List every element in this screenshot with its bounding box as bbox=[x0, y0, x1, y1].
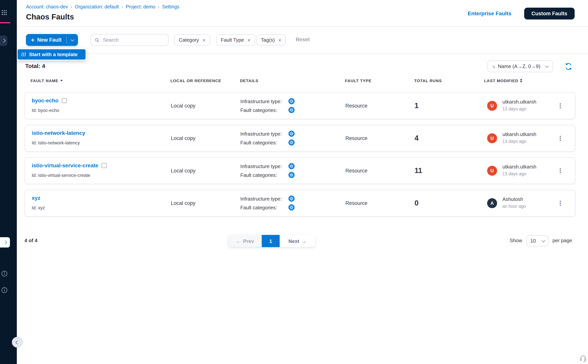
close-icon[interactable]: × bbox=[278, 37, 281, 43]
modified-time: 13 days ago bbox=[503, 107, 526, 111]
chip-label: Fault Type bbox=[221, 37, 244, 43]
help-icon[interactable] bbox=[1, 287, 8, 293]
kubernetes-icon[interactable] bbox=[288, 107, 294, 113]
column-details: DETAILS bbox=[240, 78, 258, 83]
info-icon[interactable] bbox=[1, 270, 8, 277]
pager: ← Prev 1 Next → bbox=[228, 235, 315, 247]
refresh-icon[interactable] bbox=[565, 63, 572, 70]
new-fault-dropdown-button[interactable] bbox=[67, 34, 78, 46]
total-count-label: Total: 4 bbox=[25, 63, 45, 69]
fault-name-link[interactable]: istio-virtual-service-create bbox=[32, 162, 98, 169]
breadcrumb-account[interactable]: Account: chaos-dev bbox=[26, 4, 68, 10]
fault-name-link[interactable]: byoc-echo bbox=[32, 98, 59, 104]
breadcrumb-separator: › bbox=[71, 4, 72, 10]
page-title: Chaos Faults bbox=[26, 13, 74, 21]
column-local-or-reference: LOCAL OR REFERENCE bbox=[170, 78, 221, 83]
filter-chip-category[interactable]: Category × bbox=[174, 34, 210, 46]
template-icon bbox=[21, 52, 26, 57]
breadcrumb-project[interactable]: Project: demo bbox=[126, 4, 155, 10]
main-content: Account: chaos-dev › Organization: defau… bbox=[17, 0, 588, 364]
sort-label: Name (A→Z, 0→9) bbox=[498, 63, 540, 69]
arrow-left-icon: ← bbox=[236, 238, 241, 244]
enterprise-faults-link[interactable]: Enterprise Faults bbox=[468, 10, 511, 16]
start-with-template-menu-item[interactable]: Start with a template bbox=[18, 49, 85, 60]
search-icon bbox=[95, 37, 99, 43]
new-fault-split-button[interactable]: + New Fault bbox=[26, 34, 78, 46]
fault-select-checkbox[interactable] bbox=[102, 163, 107, 168]
fault-categories-label: Fault categories: bbox=[240, 140, 288, 145]
toolbar-divider bbox=[17, 53, 588, 53]
arrow-right-icon: → bbox=[301, 238, 307, 244]
details-cell: Infrastructure type: Fault categories: bbox=[240, 163, 294, 178]
details-cell: Infrastructure type: Fault categories: bbox=[240, 130, 294, 146]
filter-chip-fault-type[interactable]: Fault Type × bbox=[216, 34, 255, 46]
chip-label: Category bbox=[179, 37, 199, 43]
fault-name-link[interactable]: xyz bbox=[32, 195, 40, 201]
prev-page-button[interactable]: ← Prev bbox=[228, 235, 262, 247]
apps-grid-icon[interactable] bbox=[1, 10, 7, 15]
sort-dropdown[interactable]: ↑↓ Name (A→Z, 0→9) bbox=[488, 60, 553, 72]
reset-filters-link[interactable]: Reset bbox=[296, 37, 310, 42]
local-or-reference-value: Local copy bbox=[171, 103, 196, 109]
details-cell: Infrastructure type: Fault categories: bbox=[240, 195, 294, 211]
fault-name-cell: byoc-echo bbox=[32, 98, 67, 104]
infrastructure-type-label: Infrastructure type: bbox=[240, 163, 288, 169]
sort-both-icon[interactable] bbox=[520, 79, 523, 83]
row-menu-button[interactable] bbox=[558, 198, 562, 208]
breadcrumb-separator: › bbox=[122, 4, 123, 10]
avatar: U bbox=[487, 101, 497, 111]
kubernetes-icon[interactable] bbox=[288, 139, 294, 145]
fault-list: byoc-echo Id: byoc-echo Local copy Infra… bbox=[25, 92, 575, 217]
search-input[interactable] bbox=[102, 37, 164, 43]
table-row: istio-network-latency Id: istio-network-… bbox=[25, 125, 575, 152]
header-divider bbox=[17, 26, 588, 27]
kubernetes-icon[interactable] bbox=[288, 204, 294, 210]
breadcrumb-organization[interactable]: Organization: default bbox=[75, 4, 119, 10]
kubernetes-icon[interactable] bbox=[288, 195, 294, 202]
custom-faults-button[interactable]: Custom Faults bbox=[524, 8, 575, 20]
nav-expand-button[interactable] bbox=[0, 36, 7, 46]
modified-time: an hour ago bbox=[503, 204, 526, 208]
total-runs-value: 11 bbox=[415, 167, 422, 175]
kubernetes-icon[interactable] bbox=[288, 98, 294, 104]
total-runs-value: 4 bbox=[415, 134, 418, 143]
close-icon[interactable]: × bbox=[203, 37, 206, 43]
column-fault-name[interactable]: FAULT NAME bbox=[31, 78, 59, 83]
close-icon[interactable]: × bbox=[247, 37, 250, 43]
sidebar-expand-button[interactable] bbox=[0, 237, 10, 247]
row-menu-button[interactable] bbox=[558, 101, 562, 110]
row-menu-button[interactable] bbox=[558, 166, 562, 176]
avatar: U bbox=[487, 166, 497, 176]
sort-ascending-icon[interactable] bbox=[60, 80, 63, 81]
next-page-button[interactable]: Next → bbox=[280, 235, 315, 247]
show-label: Show bbox=[510, 238, 522, 243]
fault-categories-label: Fault categories: bbox=[240, 205, 288, 210]
breadcrumb-settings[interactable]: Settings bbox=[162, 4, 179, 10]
chevron-right-icon bbox=[2, 39, 6, 43]
column-total-runs: TOTAL RUNS bbox=[414, 78, 442, 83]
total-runs-value: 1 bbox=[415, 102, 418, 110]
chevron-down-icon bbox=[71, 37, 74, 41]
sidebar-collapse-handle[interactable] bbox=[12, 337, 23, 348]
avatar: A bbox=[487, 198, 497, 208]
plus-icon: + bbox=[31, 37, 35, 43]
row-menu-button[interactable] bbox=[558, 134, 562, 143]
table-header-row: FAULT NAME LOCAL OR REFERENCE DETAILS FA… bbox=[25, 78, 575, 85]
kubernetes-icon[interactable] bbox=[288, 163, 294, 169]
current-page-button[interactable]: 1 bbox=[262, 235, 280, 247]
column-last-modified[interactable]: LAST MODIFIED bbox=[484, 78, 518, 83]
fault-name-link[interactable]: istio-network-latency bbox=[32, 130, 85, 136]
table-row: xyz Id: xyz Local copy Infrastructure ty… bbox=[25, 190, 575, 217]
fault-id: Id: byoc-echo bbox=[32, 108, 59, 113]
infrastructure-type-label: Infrastructure type: bbox=[240, 131, 288, 136]
kubernetes-icon[interactable] bbox=[288, 172, 294, 178]
kubernetes-icon[interactable] bbox=[288, 131, 294, 137]
filter-chip-tags[interactable]: Tag(s) × bbox=[256, 34, 286, 46]
support-headset-icon[interactable] bbox=[579, 354, 587, 362]
page-size-select[interactable]: 10 bbox=[527, 235, 549, 246]
fault-type-value: Resource bbox=[345, 200, 367, 206]
fault-type-value: Resource bbox=[345, 103, 367, 109]
new-fault-dropdown-menu: Start with a template bbox=[17, 48, 86, 60]
fault-select-checkbox[interactable] bbox=[62, 98, 67, 103]
local-or-reference-value: Local copy bbox=[171, 168, 196, 174]
